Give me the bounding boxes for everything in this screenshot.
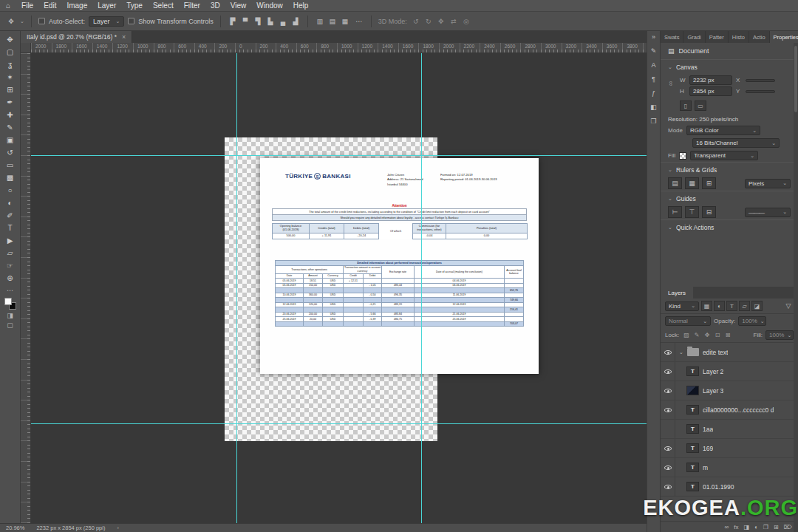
- lock-transparency-icon[interactable]: ▨: [682, 332, 691, 338]
- magic-wand-tool[interactable]: ✶: [2, 71, 18, 83]
- 3d-scale-icon[interactable]: ◎: [461, 18, 471, 25]
- collapse-panels-icon[interactable]: »: [652, 33, 655, 41]
- align-left-icon[interactable]: ▛: [228, 18, 238, 25]
- document-tab[interactable]: Italy id.psd @ 20.7% (RGB/16) * ×: [21, 31, 132, 43]
- auto-select-checkbox[interactable]: [38, 18, 45, 24]
- layer-row[interactable]: TLayer 2: [661, 362, 798, 381]
- close-icon[interactable]: ×: [122, 33, 126, 41]
- adjustment-layer-icon[interactable]: ◐: [754, 524, 758, 531]
- more-options-icon[interactable]: ⋯: [354, 18, 364, 25]
- panel-tab-histo[interactable]: Histo: [729, 31, 749, 43]
- vertical-ruler[interactable]: [21, 53, 31, 523]
- layer-row[interactable]: ⌄edite text: [661, 343, 798, 362]
- menu-help[interactable]: Help: [288, 0, 314, 12]
- auto-select-dropdown[interactable]: Layer ⌄: [89, 16, 124, 27]
- clone-stamp-tool[interactable]: ▣: [2, 134, 18, 146]
- menu-layer[interactable]: Layer: [92, 0, 121, 12]
- character-panel-icon[interactable]: A: [651, 61, 655, 69]
- rulers-toggle-icon[interactable]: ▤: [668, 177, 682, 189]
- visibility-toggle[interactable]: [661, 420, 675, 438]
- units-dropdown[interactable]: Pixels ⌄: [745, 179, 791, 188]
- eyedropper-tool[interactable]: ✒: [2, 96, 18, 109]
- distribute-spacing-icon[interactable]: ▦: [340, 18, 350, 25]
- eraser-tool[interactable]: ▭: [2, 159, 18, 171]
- rulers-grids-section-header[interactable]: ⌄ Rulers & Grids: [661, 162, 798, 176]
- menu-view[interactable]: View: [225, 0, 252, 12]
- menu-type[interactable]: Type: [121, 0, 148, 12]
- visibility-toggle[interactable]: [661, 458, 675, 477]
- snap-toggle-icon[interactable]: ⊞: [702, 177, 716, 189]
- tab-layers[interactable]: Layers: [661, 287, 693, 299]
- 3d-drag-icon[interactable]: ✥: [436, 18, 446, 25]
- bit-depth-dropdown[interactable]: 16 Bits/Channel ⌄: [692, 138, 780, 148]
- path-select-tool[interactable]: ▶: [2, 234, 18, 247]
- fill-dropdown[interactable]: Transparent ⌄: [690, 151, 758, 160]
- filter-smart-objects-icon[interactable]: ◪: [751, 301, 763, 311]
- pen-tool[interactable]: ✐: [2, 209, 18, 222]
- quick-actions-section-header[interactable]: ⌄ Quick Actions: [661, 219, 798, 233]
- layer-row[interactable]: T169: [661, 439, 798, 458]
- distribute-vertical-icon[interactable]: ▤: [327, 18, 338, 25]
- horizontal-guide[interactable]: [31, 423, 647, 424]
- gradient-tool[interactable]: ▩: [2, 171, 18, 184]
- ruler-origin-corner[interactable]: [21, 43, 31, 53]
- guides-section-header[interactable]: ⌄ Guides: [661, 191, 798, 205]
- libraries-panel-icon[interactable]: ❐: [650, 117, 656, 125]
- layer-row[interactable]: T01.01.1990: [661, 477, 798, 497]
- grid-toggle-icon[interactable]: ▦: [685, 177, 699, 189]
- add-guide-icon[interactable]: ⊢: [668, 206, 682, 218]
- menu-window[interactable]: Window: [251, 0, 288, 12]
- edit-toolbar-icon[interactable]: ⋯: [7, 287, 13, 294]
- delete-layer-icon[interactable]: ⌦: [784, 524, 792, 531]
- link-layers-icon[interactable]: ∞: [724, 524, 729, 531]
- panel-tab-actio[interactable]: Actio: [749, 31, 770, 43]
- screen-mode-icon[interactable]: ▢: [7, 321, 13, 329]
- lock-position-icon[interactable]: ✥: [703, 332, 712, 338]
- visibility-toggle[interactable]: [661, 400, 675, 419]
- layer-row[interactable]: Tm: [661, 458, 798, 477]
- adjustments-panel-icon[interactable]: ◧: [650, 103, 657, 111]
- glyphs-panel-icon[interactable]: ƒ: [652, 89, 655, 97]
- 3d-roll-icon[interactable]: ↻: [423, 18, 434, 25]
- tool-preset-chevron-icon[interactable]: ⌄: [20, 18, 24, 24]
- hand-tool[interactable]: ☞: [2, 259, 18, 272]
- filter-pixel-layers-icon[interactable]: ▦: [701, 301, 712, 311]
- align-right-icon[interactable]: ▜: [253, 18, 263, 25]
- zoom-level-field[interactable]: 20.96%: [6, 525, 24, 531]
- blur-tool[interactable]: ○: [2, 184, 18, 197]
- menu-select[interactable]: Select: [148, 0, 179, 12]
- visibility-toggle[interactable]: [661, 477, 675, 496]
- move-tool[interactable]: ✥: [2, 33, 18, 46]
- new-layer-icon[interactable]: ⊞: [774, 524, 779, 531]
- align-center-h-icon[interactable]: ▀: [240, 18, 250, 25]
- show-transform-checkbox[interactable]: [128, 18, 134, 24]
- y-field[interactable]: [746, 90, 775, 93]
- color-swatches[interactable]: [4, 298, 16, 310]
- panel-tab-gradi[interactable]: Gradi: [683, 31, 705, 43]
- height-field[interactable]: 2854 px: [689, 86, 732, 96]
- canvas-area[interactable]: TÜRKİYE Ş BANKASI John CitizenAddress: 2…: [31, 53, 647, 523]
- fill-swatch-icon[interactable]: [679, 152, 686, 160]
- filter-shape-layers-icon[interactable]: ▱: [739, 301, 750, 311]
- width-field[interactable]: 2232 px: [689, 75, 732, 85]
- menu-file[interactable]: File: [16, 0, 38, 12]
- color-mode-dropdown[interactable]: RGB Color ⌄: [686, 126, 760, 135]
- current-tool-icon[interactable]: ✥: [6, 18, 16, 25]
- link-dimensions-icon[interactable]: ∞: [667, 81, 675, 86]
- layer-filter-kind-dropdown[interactable]: Kind ⌄: [665, 301, 699, 311]
- filter-type-layers-icon[interactable]: T: [726, 301, 737, 311]
- canvas-section-header[interactable]: ⌄ Canvas: [661, 59, 798, 73]
- visibility-toggle[interactable]: [661, 381, 675, 400]
- lock-pixels-icon[interactable]: ✎: [692, 332, 701, 338]
- distribute-horizontal-icon[interactable]: ▥: [315, 18, 325, 25]
- brush-settings-panel-icon[interactable]: ✎: [651, 47, 657, 55]
- layer-mask-icon[interactable]: ◨: [743, 524, 749, 531]
- layer-row[interactable]: Layer 3: [661, 381, 798, 400]
- marquee-tool[interactable]: ▢: [2, 46, 18, 58]
- layer-row[interactable]: T1aa: [661, 420, 798, 439]
- status-options-icon[interactable]: ›: [117, 525, 119, 531]
- visibility-toggle[interactable]: [661, 362, 675, 381]
- brush-tool[interactable]: ✎: [2, 121, 18, 134]
- quick-mask-icon[interactable]: ◨: [7, 312, 13, 319]
- filter-toggle-icon[interactable]: ▽: [783, 302, 794, 310]
